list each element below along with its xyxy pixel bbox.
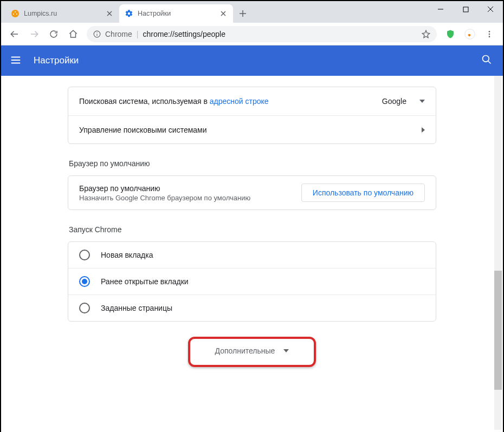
url-scheme-label: Chrome bbox=[105, 30, 132, 38]
close-window-button[interactable] bbox=[478, 1, 503, 17]
chrome-menu-button[interactable] bbox=[480, 25, 499, 43]
svg-point-1 bbox=[15, 11, 16, 12]
startup-card: Новая вкладка Ранее открытые вкладки Зад… bbox=[68, 241, 436, 322]
tab-label: Lumpics.ru bbox=[24, 10, 105, 17]
tab-favicon bbox=[11, 9, 20, 18]
svg-point-2 bbox=[13, 14, 14, 15]
svg-point-9 bbox=[489, 36, 490, 37]
startup-option-specific-pages[interactable]: Заданные страницы bbox=[68, 294, 436, 321]
tab-label: Настройки bbox=[138, 10, 219, 17]
window-titlebar: Lumpics.ru Настройки bbox=[1, 1, 503, 23]
site-info-icon[interactable] bbox=[93, 30, 101, 38]
settings-header: Настройки bbox=[1, 45, 503, 76]
svg-point-3 bbox=[16, 14, 17, 15]
extension-shield-icon[interactable] bbox=[441, 25, 460, 43]
advanced-toggle[interactable]: Дополнительные bbox=[203, 341, 301, 361]
svg-point-0 bbox=[11, 10, 19, 17]
svg-point-8 bbox=[489, 33, 490, 35]
radio-icon bbox=[79, 276, 90, 287]
browser-tab-lumpics[interactable]: Lumpics.ru bbox=[5, 4, 119, 23]
manage-search-engines-row[interactable]: Управление поисковыми системами bbox=[68, 115, 436, 143]
maximize-button[interactable] bbox=[453, 1, 478, 17]
window-controls bbox=[428, 1, 503, 17]
section-startup: Запуск Chrome bbox=[68, 225, 436, 241]
close-tab-icon[interactable] bbox=[219, 9, 228, 18]
set-default-button[interactable]: Использовать по умолчанию bbox=[301, 184, 425, 202]
hamburger-menu-icon[interactable] bbox=[10, 54, 23, 67]
default-search-engine-row[interactable]: Поисковая система, используемая в адресн… bbox=[68, 87, 436, 115]
startup-option-new-tab[interactable]: Новая вкладка bbox=[68, 242, 436, 268]
new-tab-button[interactable] bbox=[235, 6, 250, 21]
reload-button[interactable] bbox=[44, 25, 63, 43]
default-browser-desc: Назначить Google Chrome браузером по умо… bbox=[79, 194, 301, 202]
gear-icon bbox=[125, 9, 133, 18]
svg-rect-4 bbox=[463, 7, 468, 12]
dropdown-icon bbox=[283, 349, 289, 352]
radio-icon bbox=[79, 250, 90, 260]
browser-toolbar: Chrome | chrome://settings/people bbox=[1, 23, 503, 45]
scrollbar-thumb[interactable] bbox=[494, 271, 502, 390]
forward-button[interactable] bbox=[25, 25, 43, 43]
browser-tab-settings[interactable]: Настройки bbox=[119, 4, 233, 23]
search-engine-select[interactable]: Google bbox=[382, 97, 425, 106]
extension-circle-icon[interactable] bbox=[461, 25, 479, 43]
search-icon[interactable] bbox=[481, 54, 494, 67]
back-button[interactable] bbox=[5, 25, 24, 43]
default-browser-card: Браузер по умолчанию Назначить Google Ch… bbox=[68, 175, 436, 210]
page-title: Настройки bbox=[34, 55, 79, 66]
close-tab-icon[interactable] bbox=[105, 9, 114, 18]
minimize-button[interactable] bbox=[428, 1, 453, 17]
url-text: chrome://settings/people bbox=[143, 30, 225, 38]
radio-icon bbox=[79, 303, 90, 313]
address-bar-link[interactable]: адресной строке bbox=[210, 97, 269, 106]
startup-option-continue[interactable]: Ранее открытые вкладки bbox=[68, 268, 436, 294]
default-browser-title: Браузер по умолчанию bbox=[79, 184, 301, 193]
section-default-browser: Браузер по умолчанию bbox=[68, 159, 436, 175]
svg-point-10 bbox=[483, 56, 489, 62]
bookmark-star-icon[interactable] bbox=[422, 30, 430, 38]
chevron-right-icon bbox=[422, 127, 425, 133]
search-engine-card: Поисковая система, используемая в адресн… bbox=[68, 87, 436, 144]
address-bar[interactable]: Chrome | chrome://settings/people bbox=[87, 26, 437, 42]
home-button[interactable] bbox=[64, 25, 82, 43]
svg-point-7 bbox=[489, 31, 490, 32]
dropdown-icon bbox=[419, 100, 425, 103]
